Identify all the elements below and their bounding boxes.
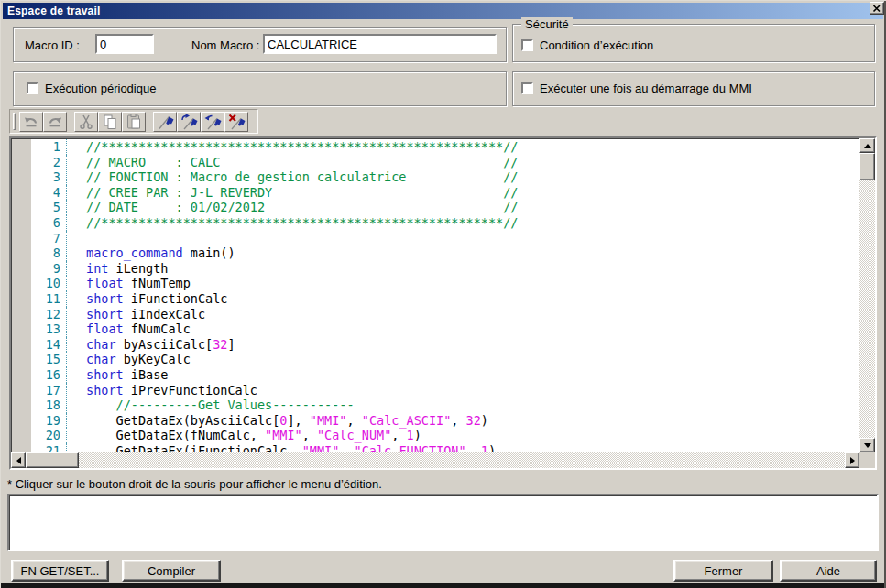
message-area[interactable]: [7, 494, 879, 551]
window-title: Espace de travail: [7, 5, 100, 17]
horizontal-scroll-track[interactable]: [79, 452, 845, 468]
close-dialog-button[interactable]: Fermer: [673, 560, 773, 582]
code-line: 12short iIndexCalc: [12, 307, 859, 322]
horizontal-scroll-thumb[interactable]: [26, 452, 79, 468]
code-text: short iPrevFunctionCalc: [67, 383, 257, 398]
line-number: 18: [12, 397, 67, 413]
code-text: // DATE : 01/02/2012 //: [67, 200, 518, 215]
code-text: short iIndexCalc: [67, 307, 205, 322]
bookmark-next-icon: [180, 113, 198, 131]
line-number: 5: [12, 200, 67, 215]
code-text: // FONCTION : Macro de gestion calculatr…: [67, 169, 518, 185]
code-editor[interactable]: 1//*************************************…: [9, 136, 877, 470]
code-line: 19 GetDataEx(byAsciiCalc[0], "MMI", "Cal…: [12, 413, 859, 429]
line-number: 6: [12, 215, 67, 231]
copy-icon: [101, 113, 119, 131]
close-button[interactable]: [870, 2, 884, 15]
scroll-left-icon: [16, 457, 21, 464]
code-line: 18 //---------Get Values-----------: [12, 397, 859, 413]
line-number: 15: [12, 352, 67, 367]
macro-id-input[interactable]: [95, 34, 154, 54]
periodic-group: Exécution périodique: [13, 71, 507, 106]
macro-id-group: Macro ID : Nom Macro :: [13, 27, 507, 62]
paste-button[interactable]: [122, 112, 146, 132]
code-line: 4// CREE PAR : J-L REVERDY //: [12, 185, 859, 201]
copy-button[interactable]: [98, 112, 122, 132]
scrollbar-corner: [859, 452, 875, 468]
redo-button[interactable]: [43, 112, 67, 132]
code-line: 5// DATE : 01/02/2012 //: [12, 200, 859, 215]
horizontal-scrollbar[interactable]: [11, 452, 859, 468]
scroll-up-icon: [864, 144, 871, 148]
code-line: 16short iBase: [12, 367, 859, 383]
vertical-scroll-thumb[interactable]: [859, 153, 875, 180]
code-text: short iBase: [67, 367, 168, 383]
line-number: 17: [12, 383, 67, 398]
line-number: 2: [12, 155, 67, 170]
compile-button[interactable]: Compiler: [122, 560, 221, 582]
condition-checkbox[interactable]: [521, 39, 533, 51]
line-number: 13: [12, 321, 67, 337]
code-line: 14char byAsciiCalc[32]: [12, 337, 859, 353]
condition-checkbox-label: Condition d’exécution: [540, 38, 653, 52]
line-number: 16: [12, 367, 67, 383]
nom-macro-input[interactable]: [263, 34, 497, 54]
bookmark-next-button[interactable]: [177, 112, 201, 132]
bookmark-clear-icon: [227, 113, 246, 131]
periodic-checkbox-label: Exécution périodique: [45, 82, 156, 95]
line-number: 20: [12, 428, 67, 443]
fn-get-set-button[interactable]: FN GET/SET...: [11, 560, 109, 582]
bookmark-toggle-icon: [156, 113, 174, 131]
line-number: 19: [12, 413, 67, 429]
line-number: 12: [12, 307, 67, 322]
code-line: 11short iFunctionCalc: [12, 291, 859, 307]
code-pane[interactable]: 1//*************************************…: [12, 139, 859, 452]
line-number: 9: [12, 261, 67, 277]
code-text: //---------Get Values-----------: [67, 397, 355, 413]
titlebar[interactable]: Espace de travail: [3, 3, 883, 19]
code-text: //**************************************…: [67, 215, 518, 231]
code-text: GetDataEx(iFunctionCalc, "MMI", "Calc_FU…: [67, 443, 496, 452]
code-text: // CREE PAR : J-L REVERDY //: [67, 185, 518, 201]
workspace-dialog: Espace de travail Macro ID : Nom Macro :…: [0, 0, 886, 588]
code-text: macro_command main(): [67, 245, 235, 261]
code-line: 1//*************************************…: [12, 139, 859, 155]
code-line: 17short iPrevFunctionCalc: [12, 383, 859, 398]
code-line: 7: [12, 231, 859, 246]
undo-icon: [22, 113, 40, 131]
editor-toolbar: [9, 109, 258, 134]
line-number: 3: [12, 169, 67, 185]
code-text: float fNumTemp: [67, 276, 191, 291]
scroll-right-button[interactable]: [845, 452, 859, 468]
line-number: 21: [12, 443, 67, 452]
code-text: [67, 231, 86, 246]
code-text: GetDataEx(byAsciiCalc[0], "MMI", "Calc_A…: [67, 413, 488, 429]
bookmark-prev-icon: [203, 113, 222, 131]
code-text: char byKeyCalc: [67, 352, 191, 367]
code-text: GetDataEx(fNumCalc, "MMI", "Calc_NUM", 1…: [67, 428, 421, 443]
periodic-checkbox[interactable]: [27, 82, 38, 94]
code-line: 3// FONCTION : Macro de gestion calculat…: [12, 169, 859, 185]
undo-button[interactable]: [19, 112, 43, 132]
scroll-up-button[interactable]: [859, 138, 875, 153]
cut-icon: [77, 113, 95, 131]
toolbar-gripper[interactable]: [13, 113, 16, 130]
cut-button[interactable]: [74, 112, 98, 132]
code-text: char byAsciiCalc[32]: [67, 337, 235, 353]
help-button[interactable]: Aide: [780, 560, 877, 582]
scroll-down-icon: [864, 443, 871, 448]
line-number: 1: [12, 139, 67, 155]
bookmark-toggle-button[interactable]: [153, 112, 177, 132]
line-number: 4: [12, 185, 67, 201]
vertical-scrollbar[interactable]: [859, 138, 875, 452]
scroll-down-button[interactable]: [859, 438, 875, 452]
startup-checkbox[interactable]: [521, 82, 533, 94]
line-number: 8: [12, 245, 67, 261]
bookmark-previous-button[interactable]: [201, 112, 224, 132]
code-text: float fNumCalc: [67, 321, 191, 337]
code-line: 21 GetDataEx(iFunctionCalc, "MMI", "Calc…: [12, 443, 859, 452]
security-group-label: Sécurité: [521, 17, 573, 31]
scroll-left-button[interactable]: [11, 452, 26, 468]
vertical-scroll-track[interactable]: [859, 180, 875, 438]
bookmark-clear-button[interactable]: [224, 112, 248, 132]
